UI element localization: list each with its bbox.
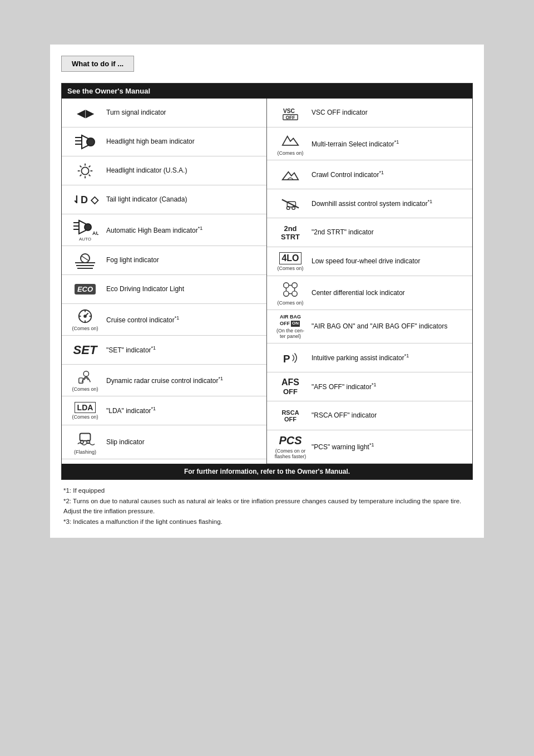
indicator-label: Turn signal indicator xyxy=(104,108,262,117)
svg-line-10 xyxy=(89,174,91,176)
indicator-label: Eco Driving Indicator Light xyxy=(104,284,262,294)
footer-bar: For further information, refer to the Ow… xyxy=(62,464,472,479)
list-item: Headlight indicator (U.S.A.) xyxy=(62,156,266,185)
parking-assist-icon: P xyxy=(271,350,309,366)
lda-icon: LDA (Comes on) xyxy=(66,402,104,420)
auto-high-beam-icon: AUTO AUTO xyxy=(66,218,104,242)
indicator-label: Tail light indicator (Canada) xyxy=(104,195,262,204)
list-item: (Comes on) Center differential lock indi… xyxy=(267,276,472,310)
fog-light-icon xyxy=(66,251,104,271)
indicator-label: Downhill assist control system indicator… xyxy=(309,198,468,209)
list-item: Fog light indicator xyxy=(62,246,266,275)
list-item: AUTO AUTO Automatic High Beam indicator*… xyxy=(62,214,266,246)
svg-point-32 xyxy=(83,371,88,376)
cruise-control-icon: (Comes on) xyxy=(66,308,104,331)
svg-point-45 xyxy=(292,291,297,296)
svg-text:P: P xyxy=(283,352,290,364)
svg-point-17 xyxy=(85,224,91,230)
indicator-label: "SET" indicator*1 xyxy=(104,345,262,355)
2nd-strt-icon: 2nd STRT xyxy=(271,224,309,241)
indicator-label: Cruise control indicator*1 xyxy=(104,315,262,325)
list-item: ECO Eco Driving Indicator Light xyxy=(62,275,266,304)
list-item: RSCA OFF "RSCA OFF" indicator xyxy=(267,401,472,430)
svg-point-44 xyxy=(284,291,289,296)
indicator-label: "LDA" indicator*1 xyxy=(104,405,262,416)
list-item: ◀ ▶ Turn signal indicator xyxy=(62,99,266,127)
headlight-usa-icon xyxy=(66,161,104,180)
list-item: Headlight high beam indicator xyxy=(62,127,266,156)
table-body: ◀ ▶ Turn signal indicator xyxy=(62,99,472,464)
svg-point-42 xyxy=(284,283,289,288)
list-item: 4LO (Comes on) Low speed four-wheel driv… xyxy=(267,247,472,276)
list-item: (Comes on) Dynamic radar cruise control … xyxy=(62,365,266,396)
main-table: See the Owner's Manual ◀ ▶ Turn signal i… xyxy=(61,83,473,480)
footnote-2: *2: Turns on due to natural causes such … xyxy=(63,496,471,517)
footnote-1: *1: If equipped xyxy=(63,485,471,495)
what-to-do-tab: What to do if ... xyxy=(61,56,134,72)
dynamic-radar-icon: (Comes on) xyxy=(66,369,104,392)
indicator-label: Crawl Control indicator*1 xyxy=(309,169,468,180)
indicator-label: Headlight high beam indicator xyxy=(104,137,262,146)
slip-indicator-icon: (Flashing) xyxy=(66,429,104,455)
footnote-3: *3: Indicates a malfunction if the light… xyxy=(63,517,471,527)
set-icon: SET xyxy=(66,343,104,357)
svg-point-3 xyxy=(87,138,95,146)
footnotes: *1: If equipped *2: Turns on due to natu… xyxy=(61,485,473,527)
list-item: VSC OFF VSC OFF indicator xyxy=(267,99,472,127)
list-item: LDA (Comes on) "LDA" indicator*1 xyxy=(62,396,266,425)
svg-point-43 xyxy=(292,283,297,288)
list-item: PCS (Comes on orflashes faster) "PCS" wa… xyxy=(267,430,472,464)
svg-line-12 xyxy=(80,174,82,176)
svg-line-9 xyxy=(80,165,82,167)
vsc-off-icon: VSC OFF xyxy=(271,105,309,121)
list-item: 2nd STRT "2nd STRT" indicator xyxy=(267,218,472,247)
headlight-highbeam-icon xyxy=(66,133,104,151)
svg-text:AUTO: AUTO xyxy=(92,230,98,236)
svg-line-23 xyxy=(82,256,88,261)
left-column: ◀ ▶ Turn signal indicator xyxy=(62,99,267,464)
right-column: VSC OFF VSC OFF indicator (Com xyxy=(267,99,472,464)
list-item: AIR BAG OFF ON (On the cen-ter panel) "A… xyxy=(267,310,472,343)
page-container: What to do if ... See the Owner's Manual… xyxy=(50,45,484,538)
indicator-label: VSC OFF indicator xyxy=(309,108,468,117)
airbag-icon: AIR BAG OFF ON (On the cen-ter panel) xyxy=(271,314,309,339)
indicator-label: "2nd STRT" indicator xyxy=(309,228,468,237)
downhill-assist-icon xyxy=(271,194,309,213)
list-item: (Flashing) Slip indicator xyxy=(62,425,266,459)
indicator-label: Multi-terrain Select indicator*1 xyxy=(309,139,468,149)
indicator-label: Intuitive parking assist indicator*1 xyxy=(309,352,468,363)
list-item: Downhill assist control system indicator… xyxy=(267,189,472,218)
svg-text:OFF: OFF xyxy=(286,115,295,120)
indicator-label: "PCS" warning light*1 xyxy=(309,441,468,452)
indicator-label: Slip indicator xyxy=(104,438,262,447)
indicator-label: Headlight indicator (U.S.A.) xyxy=(104,166,262,175)
list-item: Crawl Control indicator*1 xyxy=(267,160,472,189)
list-item: ⇃D ◇⇃ Tail light indicator (Canada) xyxy=(62,185,266,214)
4lo-icon: 4LO (Comes on) xyxy=(271,252,309,271)
svg-line-30 xyxy=(85,313,88,316)
indicator-label: Center differential lock indicator xyxy=(309,288,468,298)
indicator-label: Fog light indicator xyxy=(104,256,262,265)
list-item: SET "SET" indicator*1 xyxy=(62,336,266,365)
indicator-label: "AFS OFF" indicator*1 xyxy=(309,381,468,392)
indicator-label: Automatic High Beam indicator*1 xyxy=(104,225,262,235)
table-header: See the Owner's Manual xyxy=(62,84,472,99)
eco-icon: ECO xyxy=(66,284,104,294)
indicator-label: Low speed four-wheel drive indicator xyxy=(309,257,468,266)
pcs-icon: PCS (Comes on orflashes faster) xyxy=(271,434,309,459)
center-diff-icon: (Comes on) xyxy=(271,280,309,306)
indicator-label: "RSCA OFF" indicator xyxy=(309,411,468,420)
indicator-label: "AIR BAG ON" and "AIR BAG OFF" indicator… xyxy=(309,322,468,331)
svg-rect-33 xyxy=(80,434,91,441)
tail-light-icon: ⇃D ◇⇃ xyxy=(66,192,104,208)
list-item: P Intuitive parking assist indicator*1 xyxy=(267,343,472,372)
svg-text:VSC: VSC xyxy=(283,108,295,114)
svg-line-11 xyxy=(89,165,91,167)
crawl-control-icon xyxy=(271,166,309,184)
svg-point-4 xyxy=(81,167,88,174)
turn-signal-icon: ◀ ▶ xyxy=(66,106,104,120)
afs-off-icon: AFS OFF xyxy=(271,377,309,396)
svg-text:⇃D ◇⇃: ⇃D ◇⇃ xyxy=(72,194,99,205)
list-item: (Comes on) Cruise control indicator*1 xyxy=(62,304,266,336)
list-item: AFS OFF "AFS OFF" indicator*1 xyxy=(267,372,472,401)
